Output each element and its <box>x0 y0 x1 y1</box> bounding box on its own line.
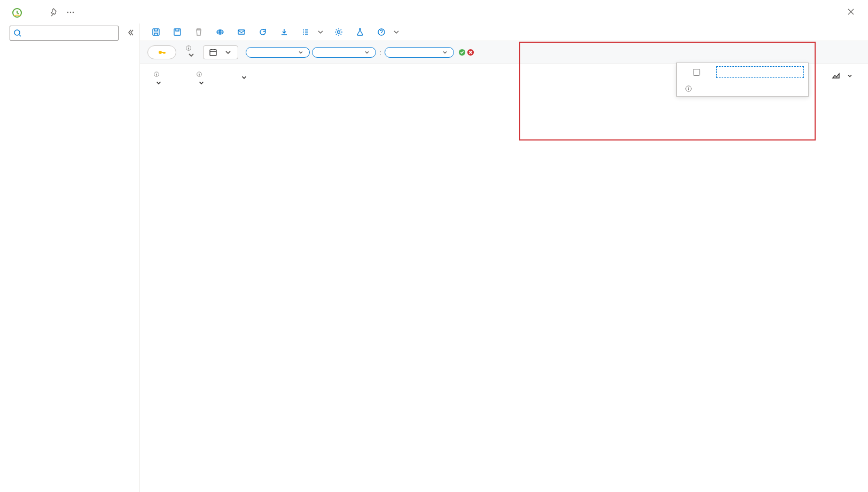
save-icon <box>152 28 160 36</box>
calendar-icon <box>209 48 217 57</box>
cost-by-resource-button[interactable] <box>301 28 325 36</box>
scope-selector[interactable] <box>147 45 176 59</box>
key-icon <box>158 48 166 57</box>
forecast-label <box>194 72 205 77</box>
date-range-selector[interactable] <box>203 45 238 59</box>
help-icon <box>377 28 386 36</box>
chevron-down-icon <box>198 79 205 87</box>
check-circle-icon[interactable] <box>458 49 466 56</box>
chevron-down-icon <box>298 49 304 56</box>
more-icon[interactable] <box>66 8 75 18</box>
share-icon <box>216 28 224 36</box>
refresh-icon <box>259 28 267 36</box>
actual-cost-label <box>152 72 162 77</box>
svg-point-3 <box>73 11 74 12</box>
configure-subscription-button[interactable] <box>334 28 346 36</box>
popup-help-link[interactable] <box>677 81 808 96</box>
chevron-down-icon <box>392 28 401 36</box>
filter-bar: : <box>140 41 868 64</box>
app-icon <box>11 6 24 19</box>
svg-point-11 <box>159 51 162 54</box>
pin-icon[interactable] <box>50 8 59 18</box>
popup-filter-input[interactable] <box>716 66 804 78</box>
svg-point-2 <box>70 11 71 12</box>
download-icon <box>280 28 288 36</box>
chevron-down-icon <box>187 51 196 59</box>
mail-icon <box>237 28 246 36</box>
save-as-button[interactable] <box>173 28 185 36</box>
filter-value-popup <box>676 63 809 97</box>
subscribe-button[interactable] <box>237 28 249 36</box>
info-icon <box>186 45 191 51</box>
svg-point-1 <box>67 11 68 12</box>
svg-point-9 <box>338 31 340 34</box>
delete-view-button <box>194 28 206 36</box>
save-button[interactable] <box>152 28 163 36</box>
forecast-value[interactable] <box>194 79 205 87</box>
main-content: : <box>140 24 868 492</box>
page-header <box>0 0 868 24</box>
help-button[interactable] <box>377 28 401 36</box>
collapse-sidebar-button[interactable] <box>124 26 137 41</box>
svg-rect-13 <box>210 50 216 56</box>
info-icon <box>154 72 159 77</box>
gear-icon <box>334 28 343 36</box>
trash-icon <box>194 28 203 36</box>
download-button[interactable] <box>280 28 292 36</box>
sidebar <box>0 24 140 492</box>
filter-key-select[interactable] <box>312 47 376 58</box>
area-chart-icon <box>832 72 840 80</box>
close-circle-icon[interactable] <box>467 49 474 56</box>
cost-area-chart <box>140 90 863 492</box>
share-button[interactable] <box>216 28 228 36</box>
chevron-down-icon <box>240 74 248 81</box>
search-input[interactable] <box>10 26 119 41</box>
info-icon <box>685 85 692 92</box>
search-icon <box>13 29 22 37</box>
flask-icon <box>356 28 364 36</box>
save-as-icon <box>173 28 182 36</box>
try-preview-button[interactable] <box>356 28 367 36</box>
refresh-button[interactable] <box>259 28 270 36</box>
svg-rect-5 <box>153 29 159 35</box>
filter-colon: : <box>378 49 382 57</box>
view-selector[interactable] <box>184 45 196 59</box>
budget-value[interactable] <box>237 74 248 81</box>
command-bar <box>140 24 868 41</box>
chevron-down-icon <box>224 48 232 57</box>
chart-type-selector[interactable] <box>832 72 864 80</box>
list-icon <box>301 28 310 36</box>
info-icon <box>197 72 202 77</box>
close-button[interactable] <box>844 5 857 20</box>
filter-dimension-select[interactable] <box>246 47 310 58</box>
chevron-down-icon <box>847 73 853 79</box>
actual-cost-value[interactable] <box>152 79 162 87</box>
svg-rect-6 <box>174 29 181 35</box>
popup-select-all-checkbox[interactable] <box>681 69 712 76</box>
svg-rect-8 <box>238 30 245 34</box>
svg-point-4 <box>14 30 20 35</box>
chevron-down-icon <box>155 79 162 87</box>
chevron-down-icon <box>316 28 325 36</box>
chevron-down-icon <box>364 49 370 56</box>
filter-value-select[interactable] <box>385 47 454 58</box>
chevron-down-icon <box>442 49 448 56</box>
